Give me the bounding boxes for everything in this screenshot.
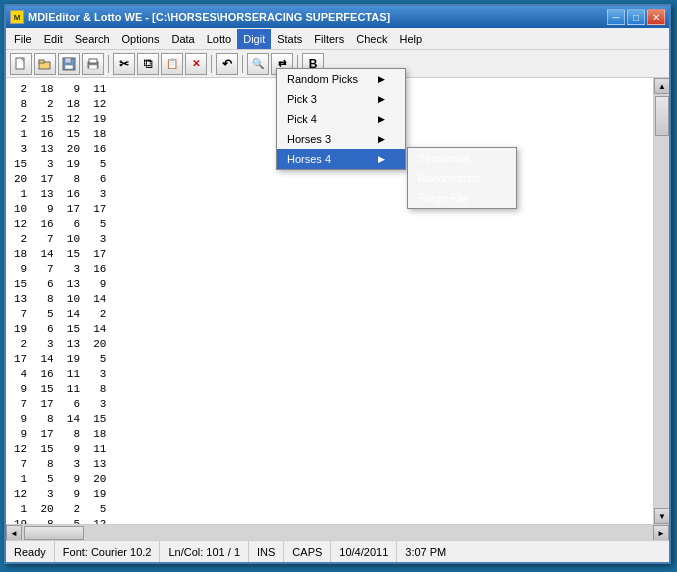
- toolbar-separator-3: [242, 55, 243, 73]
- status-bar: Ready Font: Courier 10.2 Ln/Col: 101 / 1…: [6, 540, 669, 562]
- svg-rect-7: [89, 59, 97, 63]
- svg-rect-2: [39, 60, 44, 63]
- random-picks-arrow: ▶: [378, 74, 385, 84]
- scroll-down-button[interactable]: ▼: [654, 508, 669, 524]
- scroll-up-button[interactable]: ▲: [654, 78, 669, 94]
- undo-button[interactable]: ↶: [216, 53, 238, 75]
- status-font: Font: Courier 10.2: [55, 541, 161, 562]
- scroll-left-button[interactable]: ◄: [6, 525, 22, 541]
- menu-item-data[interactable]: Data: [165, 29, 200, 49]
- print-button[interactable]: [82, 53, 104, 75]
- digit-dropdown-menu: Random Picks ▶ Pick 3 ▶ Pick 4 ▶ Horses …: [276, 68, 406, 170]
- main-window: M MDIEditor & Lotto WE - [C:\HORSES\HORS…: [4, 4, 671, 564]
- scroll-h-thumb[interactable]: [24, 526, 84, 540]
- menu-item-check[interactable]: Check: [350, 29, 393, 49]
- title-bar-left: M MDIEditor & Lotto WE - [C:\HORSES\HORS…: [10, 10, 390, 24]
- menu-bar: File Edit Search Options Data Lotto Digi…: [6, 28, 669, 50]
- menu-item-edit[interactable]: Edit: [38, 29, 69, 49]
- scroll-h-track[interactable]: [22, 525, 653, 540]
- scroll-right-button[interactable]: ►: [653, 525, 669, 541]
- scroll-thumb[interactable]: [655, 96, 669, 136]
- minimize-button[interactable]: ─: [607, 9, 625, 25]
- restore-button[interactable]: □: [627, 9, 645, 25]
- app-icon: M: [10, 10, 24, 24]
- cut-button[interactable]: ✂: [113, 53, 135, 75]
- menu-item-stats[interactable]: Stats: [271, 29, 308, 49]
- menu-item-lotto[interactable]: Lotto: [201, 29, 237, 49]
- toolbar-separator-1: [108, 55, 109, 73]
- submenu-purge-file[interactable]: Purge File: [408, 188, 516, 208]
- title-bar: M MDIEditor & Lotto WE - [C:\HORSES\HORS…: [6, 6, 669, 28]
- horizontal-scrollbar[interactable]: ◄ ►: [6, 524, 669, 540]
- status-ready: Ready: [6, 541, 55, 562]
- svg-rect-4: [65, 58, 71, 63]
- svg-rect-5: [65, 65, 73, 69]
- save-button[interactable]: [58, 53, 80, 75]
- paste-button[interactable]: 📋: [161, 53, 183, 75]
- menu-item-file[interactable]: File: [8, 29, 38, 49]
- digit-menu-horses3[interactable]: Horses 3 ▶: [277, 129, 405, 149]
- pick3-arrow: ▶: [378, 94, 385, 104]
- pick4-arrow: ▶: [378, 114, 385, 124]
- horses4-arrow: ▶: [378, 154, 385, 164]
- submenu-sequential[interactable]: Sequential: [408, 148, 516, 168]
- horses3-arrow: ▶: [378, 134, 385, 144]
- toolbar-separator-2: [211, 55, 212, 73]
- menu-item-help[interactable]: Help: [393, 29, 428, 49]
- menu-item-options[interactable]: Options: [116, 29, 166, 49]
- status-time: 3:07 PM: [397, 541, 454, 562]
- vertical-scrollbar[interactable]: ▲ ▼: [653, 78, 669, 524]
- status-date: 10/4/2011: [331, 541, 397, 562]
- horses4-submenu: Sequential Randomized Purge File: [407, 147, 517, 209]
- menu-item-search[interactable]: Search: [69, 29, 116, 49]
- status-ins: INS: [249, 541, 284, 562]
- status-caps: CAPS: [284, 541, 331, 562]
- digit-menu-pick3[interactable]: Pick 3 ▶: [277, 89, 405, 109]
- submenu-randomized[interactable]: Randomized: [408, 168, 516, 188]
- scroll-track[interactable]: [654, 94, 669, 508]
- copy-button[interactable]: ⿻: [137, 53, 159, 75]
- digit-menu-pick4[interactable]: Pick 4 ▶: [277, 109, 405, 129]
- status-position: Ln/Col: 101 / 1: [160, 541, 249, 562]
- svg-rect-8: [89, 65, 97, 69]
- digit-menu-random-picks[interactable]: Random Picks ▶: [277, 69, 405, 89]
- window-title: MDIEditor & Lotto WE - [C:\HORSES\HORSER…: [28, 11, 390, 23]
- title-controls: ─ □ ✕: [607, 9, 665, 25]
- find-button[interactable]: 🔍: [247, 53, 269, 75]
- new-button[interactable]: [10, 53, 32, 75]
- open-button[interactable]: [34, 53, 56, 75]
- close-button[interactable]: ✕: [647, 9, 665, 25]
- menu-item-digit[interactable]: Digit: [237, 29, 271, 49]
- digit-menu-horses4[interactable]: Horses 4 ▶ Sequential Randomized Purge F…: [277, 149, 405, 169]
- delete-button[interactable]: ✕: [185, 53, 207, 75]
- menu-item-filters[interactable]: Filters: [308, 29, 350, 49]
